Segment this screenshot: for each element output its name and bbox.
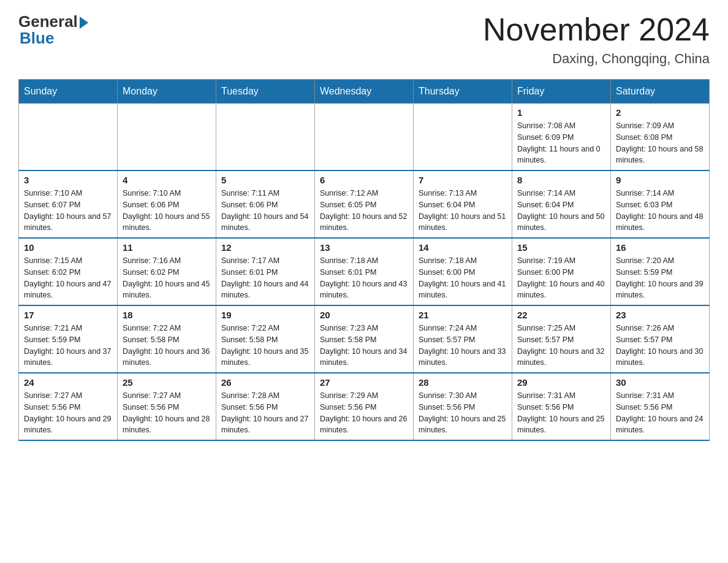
calendar-cell: 13Sunrise: 7:18 AMSunset: 6:01 PMDayligh… xyxy=(315,238,414,305)
calendar-cell: 29Sunrise: 7:31 AMSunset: 5:56 PMDayligh… xyxy=(512,373,611,440)
calendar-day-header: Tuesday xyxy=(216,80,315,104)
day-info: Sunrise: 7:29 AMSunset: 5:56 PMDaylight:… xyxy=(320,390,408,436)
day-number: 14 xyxy=(419,242,507,253)
calendar-cell: 21Sunrise: 7:24 AMSunset: 5:57 PMDayligh… xyxy=(414,305,512,373)
day-info: Sunrise: 7:22 AMSunset: 5:58 PMDaylight:… xyxy=(221,323,309,369)
calendar-cell: 14Sunrise: 7:18 AMSunset: 6:00 PMDayligh… xyxy=(414,238,512,305)
calendar-week-row: 3Sunrise: 7:10 AMSunset: 6:07 PMDaylight… xyxy=(19,170,710,238)
day-info: Sunrise: 7:12 AMSunset: 6:05 PMDaylight:… xyxy=(320,188,408,234)
calendar-cell: 15Sunrise: 7:19 AMSunset: 6:00 PMDayligh… xyxy=(512,238,611,305)
day-number: 2 xyxy=(616,107,704,118)
day-number: 6 xyxy=(320,175,408,185)
calendar-cell: 27Sunrise: 7:29 AMSunset: 5:56 PMDayligh… xyxy=(315,373,414,440)
day-info: Sunrise: 7:21 AMSunset: 5:59 PMDaylight:… xyxy=(24,323,112,369)
day-number: 27 xyxy=(320,377,408,388)
day-info: Sunrise: 7:24 AMSunset: 5:57 PMDaylight:… xyxy=(419,323,507,369)
day-info: Sunrise: 7:31 AMSunset: 5:56 PMDaylight:… xyxy=(517,390,605,436)
day-info: Sunrise: 7:31 AMSunset: 5:56 PMDaylight:… xyxy=(616,390,704,436)
day-info: Sunrise: 7:15 AMSunset: 6:02 PMDaylight:… xyxy=(24,255,112,301)
day-number: 19 xyxy=(221,310,309,320)
day-info: Sunrise: 7:18 AMSunset: 6:01 PMDaylight:… xyxy=(320,255,408,301)
calendar-cell: 2Sunrise: 7:09 AMSunset: 6:08 PMDaylight… xyxy=(611,104,710,171)
calendar-day-header: Sunday xyxy=(19,80,118,104)
day-number: 28 xyxy=(419,377,507,388)
calendar-week-row: 17Sunrise: 7:21 AMSunset: 5:59 PMDayligh… xyxy=(19,305,710,373)
day-info: Sunrise: 7:11 AMSunset: 6:06 PMDaylight:… xyxy=(221,188,309,234)
day-number: 23 xyxy=(616,310,704,320)
calendar-week-row: 24Sunrise: 7:27 AMSunset: 5:56 PMDayligh… xyxy=(19,373,710,440)
calendar-cell: 17Sunrise: 7:21 AMSunset: 5:59 PMDayligh… xyxy=(19,305,118,373)
day-number: 17 xyxy=(24,310,112,320)
calendar-body: 1Sunrise: 7:08 AMSunset: 6:09 PMDaylight… xyxy=(19,104,710,441)
day-number: 5 xyxy=(221,175,309,185)
calendar-week-row: 1Sunrise: 7:08 AMSunset: 6:09 PMDaylight… xyxy=(19,104,710,171)
day-info: Sunrise: 7:26 AMSunset: 5:57 PMDaylight:… xyxy=(616,323,704,369)
page-header: General Blue November 2024 Daxing, Chong… xyxy=(18,12,710,67)
day-info: Sunrise: 7:27 AMSunset: 5:56 PMDaylight:… xyxy=(24,390,112,436)
day-number: 20 xyxy=(320,310,408,320)
page-title: November 2024 xyxy=(483,12,710,47)
day-number: 9 xyxy=(616,175,704,185)
day-number: 21 xyxy=(419,310,507,320)
calendar-cell: 7Sunrise: 7:13 AMSunset: 6:04 PMDaylight… xyxy=(414,170,512,238)
calendar-day-header: Friday xyxy=(512,80,611,104)
day-info: Sunrise: 7:14 AMSunset: 6:04 PMDaylight:… xyxy=(517,188,605,234)
day-number: 15 xyxy=(517,242,605,253)
calendar-cell xyxy=(414,104,512,171)
calendar-cell: 11Sunrise: 7:16 AMSunset: 6:02 PMDayligh… xyxy=(118,238,216,305)
calendar-cell: 10Sunrise: 7:15 AMSunset: 6:02 PMDayligh… xyxy=(19,238,118,305)
calendar-cell: 3Sunrise: 7:10 AMSunset: 6:07 PMDaylight… xyxy=(19,170,118,238)
day-info: Sunrise: 7:13 AMSunset: 6:04 PMDaylight:… xyxy=(419,188,507,234)
calendar-cell: 18Sunrise: 7:22 AMSunset: 5:58 PMDayligh… xyxy=(118,305,216,373)
day-number: 22 xyxy=(517,310,605,320)
day-info: Sunrise: 7:25 AMSunset: 5:57 PMDaylight:… xyxy=(517,323,605,369)
day-number: 30 xyxy=(616,377,704,388)
calendar-cell: 4Sunrise: 7:10 AMSunset: 6:06 PMDaylight… xyxy=(118,170,216,238)
calendar-cell: 8Sunrise: 7:14 AMSunset: 6:04 PMDaylight… xyxy=(512,170,611,238)
calendar-cell: 12Sunrise: 7:17 AMSunset: 6:01 PMDayligh… xyxy=(216,238,315,305)
calendar-day-header: Thursday xyxy=(414,80,512,104)
calendar-cell: 9Sunrise: 7:14 AMSunset: 6:03 PMDaylight… xyxy=(611,170,710,238)
day-number: 7 xyxy=(419,175,507,185)
calendar-cell: 20Sunrise: 7:23 AMSunset: 5:58 PMDayligh… xyxy=(315,305,414,373)
day-number: 11 xyxy=(123,242,211,253)
day-info: Sunrise: 7:10 AMSunset: 6:06 PMDaylight:… xyxy=(123,188,211,234)
day-info: Sunrise: 7:08 AMSunset: 6:09 PMDaylight:… xyxy=(517,120,605,166)
day-number: 24 xyxy=(24,377,112,388)
day-info: Sunrise: 7:22 AMSunset: 5:58 PMDaylight:… xyxy=(123,323,211,369)
day-number: 1 xyxy=(517,107,605,118)
day-number: 26 xyxy=(221,377,309,388)
calendar-cell: 24Sunrise: 7:27 AMSunset: 5:56 PMDayligh… xyxy=(19,373,118,440)
day-info: Sunrise: 7:10 AMSunset: 6:07 PMDaylight:… xyxy=(24,188,112,234)
calendar-day-header: Wednesday xyxy=(315,80,414,104)
day-number: 8 xyxy=(517,175,605,185)
day-number: 29 xyxy=(517,377,605,388)
calendar-cell xyxy=(216,104,315,171)
calendar-table: SundayMondayTuesdayWednesdayThursdayFrid… xyxy=(18,79,710,441)
day-info: Sunrise: 7:20 AMSunset: 5:59 PMDaylight:… xyxy=(616,255,704,301)
calendar-header: SundayMondayTuesdayWednesdayThursdayFrid… xyxy=(19,80,710,104)
logo: General Blue xyxy=(18,12,88,48)
calendar-header-row: SundayMondayTuesdayWednesdayThursdayFrid… xyxy=(19,80,710,104)
calendar-day-header: Saturday xyxy=(611,80,710,104)
day-number: 25 xyxy=(123,377,211,388)
day-info: Sunrise: 7:16 AMSunset: 6:02 PMDaylight:… xyxy=(123,255,211,301)
calendar-cell: 23Sunrise: 7:26 AMSunset: 5:57 PMDayligh… xyxy=(611,305,710,373)
calendar-cell: 16Sunrise: 7:20 AMSunset: 5:59 PMDayligh… xyxy=(611,238,710,305)
day-info: Sunrise: 7:14 AMSunset: 6:03 PMDaylight:… xyxy=(616,188,704,234)
day-info: Sunrise: 7:28 AMSunset: 5:56 PMDaylight:… xyxy=(221,390,309,436)
calendar-cell: 26Sunrise: 7:28 AMSunset: 5:56 PMDayligh… xyxy=(216,373,315,440)
logo-arrow-icon xyxy=(80,17,88,29)
page-subtitle: Daxing, Chongqing, China xyxy=(483,51,710,67)
day-info: Sunrise: 7:18 AMSunset: 6:00 PMDaylight:… xyxy=(419,255,507,301)
day-info: Sunrise: 7:17 AMSunset: 6:01 PMDaylight:… xyxy=(221,255,309,301)
calendar-cell: 30Sunrise: 7:31 AMSunset: 5:56 PMDayligh… xyxy=(611,373,710,440)
title-block: November 2024 Daxing, Chongqing, China xyxy=(483,12,710,67)
day-info: Sunrise: 7:09 AMSunset: 6:08 PMDaylight:… xyxy=(616,120,704,166)
calendar-cell xyxy=(118,104,216,171)
day-number: 4 xyxy=(123,175,211,185)
logo-blue-text: Blue xyxy=(20,29,54,48)
day-number: 16 xyxy=(616,242,704,253)
calendar-cell xyxy=(19,104,118,171)
day-info: Sunrise: 7:23 AMSunset: 5:58 PMDaylight:… xyxy=(320,323,408,369)
